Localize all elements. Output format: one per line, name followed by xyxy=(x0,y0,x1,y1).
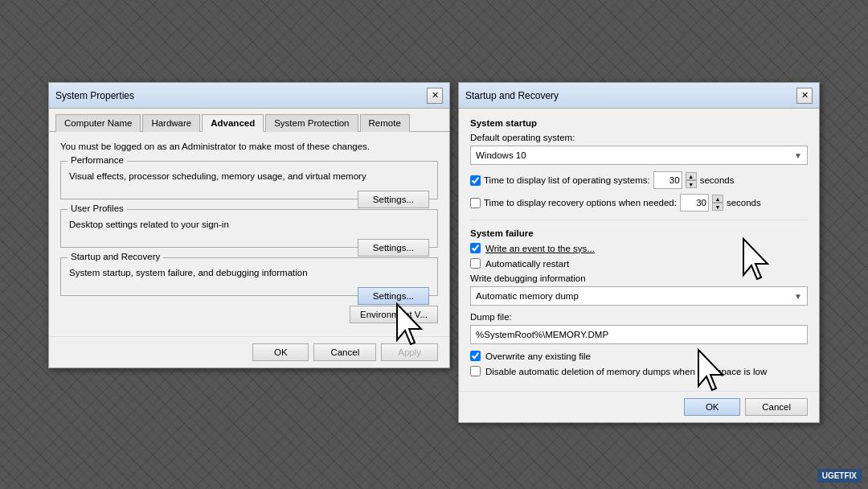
tab-system-protection[interactable]: System Protection xyxy=(265,114,358,132)
overwrite-checkbox[interactable] xyxy=(470,351,481,361)
debug-dropdown-value: Automatic memory dump xyxy=(476,291,579,301)
time-recovery-label: Time to display recovery options when ne… xyxy=(484,198,677,208)
watermark: UGETFIX xyxy=(817,469,862,483)
default-os-value: Windows 10 xyxy=(476,150,526,160)
write-event-label: Write an event to the sys... xyxy=(485,244,595,253)
system-startup-section: System startup Default operating system:… xyxy=(470,118,808,212)
startup-close-button[interactable]: ✕ xyxy=(796,88,813,104)
user-profiles-label: User Profiles xyxy=(68,203,127,213)
system-properties-dialog: System Properties ✕ Computer Name Hardwa… xyxy=(48,82,450,368)
performance-label: Performance xyxy=(68,155,127,165)
time-display-spinner: ▲ ▼ xyxy=(686,172,697,188)
performance-settings-button[interactable]: Settings... xyxy=(358,191,429,208)
write-event-checkbox[interactable] xyxy=(470,243,481,253)
dropdown-arrow-icon: ▼ xyxy=(794,151,802,160)
default-os-dropdown[interactable]: Windows 10 ▼ xyxy=(470,146,808,165)
startup-cancel-button[interactable]: Cancel xyxy=(745,398,808,416)
system-startup-label: System startup xyxy=(470,118,808,128)
seconds-label-2: seconds xyxy=(727,198,761,208)
debug-dropdown[interactable]: Automatic memory dump ▼ xyxy=(470,286,808,306)
auto-restart-row: Automatically restart xyxy=(470,258,808,269)
time-recovery-row: Time to display recovery options when ne… xyxy=(470,194,808,212)
auto-restart-checkbox[interactable] xyxy=(470,258,481,269)
tab-computer-name[interactable]: Computer Name xyxy=(55,114,141,132)
performance-desc: Visual effects, processor scheduling, me… xyxy=(69,171,429,181)
sys-props-titlebar: System Properties ✕ xyxy=(49,83,449,109)
startup-ok-button[interactable]: OK xyxy=(684,398,740,416)
debug-dropdown-arrow-icon: ▼ xyxy=(794,292,802,301)
tab-hardware[interactable]: Hardware xyxy=(142,114,200,132)
startup-recovery-group: Startup and Recovery System startup, sys… xyxy=(60,257,438,296)
default-os-label: Default operating system: xyxy=(470,133,808,142)
overwrite-row: Overwrite any existing file xyxy=(470,351,808,361)
write-debug-label: Write debugging information xyxy=(470,273,808,283)
time-recovery-spin-down[interactable]: ▼ xyxy=(712,203,723,211)
sys-props-footer: OK Cancel Apply xyxy=(49,336,449,368)
sys-props-close-button[interactable]: ✕ xyxy=(427,88,443,104)
startup-title: Startup and Recovery xyxy=(465,90,559,101)
system-failure-label: System failure xyxy=(470,228,808,238)
sys-props-title: System Properties xyxy=(55,90,134,101)
time-display-text: Time to display list of operating system… xyxy=(484,175,650,185)
startup-recovery-settings-button[interactable]: Settings... xyxy=(358,287,429,305)
cancel-button[interactable]: Cancel xyxy=(313,343,376,361)
startup-recovery-dialog: Startup and Recovery ✕ System startup De… xyxy=(458,82,820,423)
sys-props-content: You must be logged on as an Administrato… xyxy=(49,132,449,336)
time-recovery-text: Time to display recovery options when ne… xyxy=(484,198,677,208)
overwrite-label: Overwrite any existing file xyxy=(485,351,591,361)
disable-auto-delete-checkbox[interactable] xyxy=(470,366,481,376)
startup-recovery-desc: System startup, system failure, and debu… xyxy=(69,268,429,277)
auto-restart-label: Automatically restart xyxy=(485,259,569,269)
time-display-spin-up[interactable]: ▲ xyxy=(686,172,697,180)
startup-content: System startup Default operating system:… xyxy=(459,109,819,391)
apply-button[interactable]: Apply xyxy=(381,343,438,361)
disable-auto-delete-label: Disable automatic deletion of memory dum… xyxy=(485,367,767,376)
tab-remote[interactable]: Remote xyxy=(360,114,410,132)
dump-file-label: Dump file: xyxy=(470,312,808,322)
system-failure-section: System failure Write an event to the sys… xyxy=(470,228,808,376)
user-profiles-group: User Profiles Desktop settings related t… xyxy=(60,209,438,248)
time-display-spin-down[interactable]: ▼ xyxy=(686,180,697,188)
startup-footer: OK Cancel xyxy=(459,391,819,422)
seconds-label-1: seconds xyxy=(700,175,735,185)
write-event-row: Write an event to the sys... xyxy=(470,243,808,253)
dump-file-input[interactable] xyxy=(470,325,808,344)
time-recovery-spinner: ▲ ▼ xyxy=(712,195,723,211)
time-display-checkbox[interactable] xyxy=(470,175,481,186)
admin-notice: You must be logged on as an Administrato… xyxy=(60,142,438,151)
performance-group: Performance Visual effects, processor sc… xyxy=(60,161,438,199)
tab-advanced[interactable]: Advanced xyxy=(202,114,264,132)
tabs-bar: Computer Name Hardware Advanced System P… xyxy=(49,109,449,132)
time-display-label: Time to display list of operating system… xyxy=(484,175,650,185)
environment-variables-button[interactable]: Environment V... xyxy=(350,306,438,323)
ok-button[interactable]: OK xyxy=(252,343,309,361)
time-recovery-checkbox[interactable] xyxy=(470,198,481,208)
startup-recovery-label: Startup and Recovery xyxy=(68,252,163,261)
user-profiles-settings-button[interactable]: Settings... xyxy=(358,239,429,257)
startup-titlebar: Startup and Recovery ✕ xyxy=(459,83,819,109)
time-display-input[interactable] xyxy=(653,171,682,189)
user-profiles-desc: Desktop settings related to your sign-in xyxy=(69,220,429,229)
disable-auto-delete-row: Disable automatic deletion of memory dum… xyxy=(470,366,808,376)
time-display-row: Time to display list of operating system… xyxy=(470,171,808,189)
time-recovery-spin-up[interactable]: ▲ xyxy=(712,195,723,203)
time-recovery-input[interactable] xyxy=(680,194,709,212)
section-divider xyxy=(470,220,808,220)
